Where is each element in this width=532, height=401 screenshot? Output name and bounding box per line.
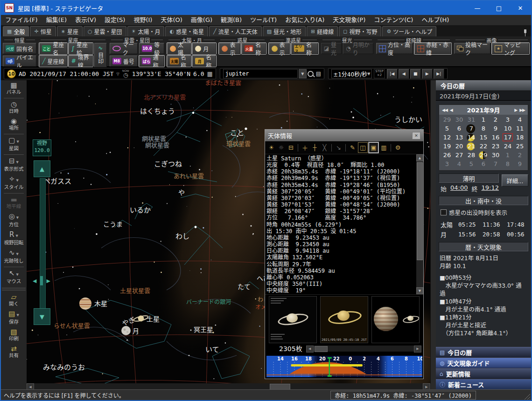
- calendar-day[interactable]: 17: [502, 133, 514, 142]
- sidebar-item-fov-rotation[interactable]: R▼視野回転: [1, 229, 27, 248]
- sky-label[interactable]: や: [178, 189, 185, 196]
- calendar-day[interactable]: 24: [502, 142, 514, 151]
- play-button[interactable]: ▶: [422, 69, 433, 79]
- zoom-in-button[interactable]: ▲: [34, 160, 50, 177]
- sky-label[interactable]: 冥王星: [194, 326, 213, 333]
- azimuth-altitude-grid-button[interactable]: 方位・高度: [376, 43, 413, 54]
- nav-news[interactable]: ⓘ新着ニュース: [436, 379, 531, 389]
- sky-label[interactable]: バーナードの銀河: [186, 299, 231, 305]
- calendar-day[interactable]: 12: [441, 133, 453, 142]
- calendar-day[interactable]: 29: [477, 151, 490, 159]
- label-on-icon[interactable]: ☀: [267, 143, 276, 152]
- calendar-day[interactable]: 13: [453, 133, 465, 142]
- sidebar-item-light-trails[interactable]: ∿▼光跡残し: [1, 248, 27, 266]
- sidebar-item-open[interactable]: ▱開く: [1, 292, 27, 309]
- calendar-day[interactable]: 3: [502, 115, 514, 124]
- menu-item[interactable]: 視野(I): [129, 15, 156, 25]
- sidebar-item-panel[interactable]: ▦パネル: [1, 80, 27, 97]
- constellation-name-button[interactable]: こと星座名: [39, 43, 67, 54]
- sky-label[interactable]: 土星状星雲: [120, 287, 150, 294]
- calendar-day[interactable]: 9: [490, 124, 502, 133]
- constellation-art-button[interactable]: ∫星座絵: [69, 43, 93, 54]
- moon-button[interactable]: 月: [192, 43, 216, 54]
- sidebar-item-style[interactable]: ✧▼スタイル: [1, 174, 27, 192]
- sky-label[interactable]: みなみのうお: [43, 363, 85, 372]
- datetime-display[interactable]: AD 2021/09/17 21:00:00 JST: [19, 70, 114, 77]
- calendar-day[interactable]: 4: [514, 115, 526, 124]
- menu-item[interactable]: 設定(S): [100, 15, 129, 25]
- menu-item[interactable]: お気に入り(A): [281, 15, 329, 25]
- thumbnail-scrollbar[interactable]: ◀ ▶: [306, 346, 421, 352]
- pin-icon[interactable]: [523, 29, 527, 36]
- menu-item[interactable]: ツール(T): [246, 15, 281, 25]
- nav-update-info[interactable]: ⌂更新情報: [436, 368, 531, 379]
- calendar-prev-month-icon[interactable]: ◀: [450, 108, 453, 112]
- sky-label[interactable]: わし: [175, 232, 189, 241]
- scroll-thumb[interactable]: [417, 162, 423, 260]
- mapping-button[interactable]: ★マッピング: [492, 43, 529, 54]
- menu-item[interactable]: 観測(B): [217, 15, 246, 25]
- sidebar-item-share[interactable]: ⇄共有: [1, 344, 27, 360]
- sky-label[interactable]: 北アメリカ星雲: [144, 94, 186, 101]
- sidebar-item-save[interactable]: ▤▼保存: [1, 309, 27, 327]
- calculator-icon[interactable]: ▦: [207, 71, 213, 77]
- maximize-button[interactable]: □: [488, 1, 510, 15]
- stop-button[interactable]: ■: [410, 69, 421, 79]
- menu-item[interactable]: 編集(E): [42, 15, 71, 25]
- calendar-day[interactable]: 8: [477, 124, 490, 133]
- location-display[interactable]: 139°33'E 35°40'N: [132, 70, 190, 77]
- bayer-button[interactable]: αβバイエル: [3, 55, 36, 67]
- edit-icon[interactable]: ✎: [348, 143, 357, 152]
- now-button[interactable]: NOW◷: [122, 69, 129, 78]
- image-panel-icon[interactable]: ▣: [369, 142, 378, 153]
- menu-item[interactable]: 表示(V): [71, 15, 100, 25]
- sky-label[interactable]: 土星: [147, 315, 160, 323]
- calendar-day[interactable]: 30: [490, 151, 502, 159]
- resize-grip[interactable]: [524, 393, 530, 400]
- scroll-down-icon[interactable]: ▼: [416, 287, 423, 294]
- visibility-timeline[interactable]: 14161820220246810: [266, 356, 422, 378]
- scroll-up-icon[interactable]: ▲: [416, 154, 423, 161]
- calendar-day[interactable]: 25: [514, 142, 526, 151]
- step-mode-icon[interactable]: STEP×2: [374, 69, 385, 78]
- zoom-out-button[interactable]: ▼: [34, 308, 50, 325]
- settings-icon[interactable]: ⚙: [393, 143, 402, 152]
- sky-label[interactable]: まばたき星雲: [205, 80, 241, 86]
- calendar-prev-year-icon[interactable]: ◀◀: [442, 108, 448, 112]
- calendar-day[interactable]: 4: [453, 159, 465, 168]
- step-select[interactable]: ±1分40秒/秒▼: [331, 69, 372, 78]
- sky-label[interactable]: 網状星雲: [142, 135, 166, 142]
- calendar-day[interactable]: 31: [465, 115, 477, 124]
- scroll-thumb[interactable]: [315, 346, 328, 352]
- dwarf-show-button[interactable]: 表示: [269, 43, 290, 54]
- sky-label[interactable]: こと: [230, 129, 244, 137]
- close-button[interactable]: ✕: [510, 1, 531, 15]
- calendar-day[interactable]: 22: [477, 142, 490, 151]
- menu-item[interactable]: ファイル(F): [1, 15, 42, 25]
- julian-date-button[interactable]: 10: [7, 69, 16, 78]
- panel-scrollbar[interactable]: ▲ ▼: [416, 154, 423, 294]
- nav-astro-guide[interactable]: ◍天文現象ガイド: [436, 358, 531, 368]
- moon-label-button[interactable]: 月名称: [192, 55, 216, 67]
- calendar-day[interactable]: 23: [490, 142, 502, 151]
- timezone-dropdown-icon[interactable]: ▽: [117, 72, 119, 76]
- sky-label[interactable]: いるか: [130, 206, 151, 214]
- menu-item[interactable]: 天体(O): [156, 15, 186, 25]
- tab-流星・人工天体[interactable]: ╱流星・人工天体: [209, 26, 262, 36]
- menu-item[interactable]: コンテンツ(C): [370, 15, 417, 25]
- sky-label[interactable]: たて: [238, 283, 251, 290]
- nebula-alias-button[interactable]: ばら通称: [139, 55, 164, 67]
- calendar-day[interactable]: 6: [453, 124, 465, 133]
- calendar-day[interactable]: 15: [477, 133, 490, 142]
- sky-label[interactable]: うしかい: [394, 116, 422, 124]
- calendar-day[interactable]: 7: [490, 159, 502, 168]
- constellation-lines-button[interactable]: ╱星座線: [39, 55, 67, 67]
- nav-todays-calendar[interactable]: ▤今日の暦: [436, 347, 531, 357]
- panel-title-bar[interactable]: 天体情報 ✕: [265, 130, 423, 141]
- calendar-day[interactable]: 11: [514, 124, 526, 133]
- zoom-slider-handle[interactable]: ◀▶: [33, 276, 50, 285]
- post-mark-button[interactable]: 投稿マーク: [454, 43, 490, 54]
- constellation-borders-button[interactable]: #境界線: [69, 55, 93, 67]
- calendar-next-year-icon[interactable]: ▶▶: [519, 108, 525, 112]
- calendar-day[interactable]: 7: [465, 124, 477, 133]
